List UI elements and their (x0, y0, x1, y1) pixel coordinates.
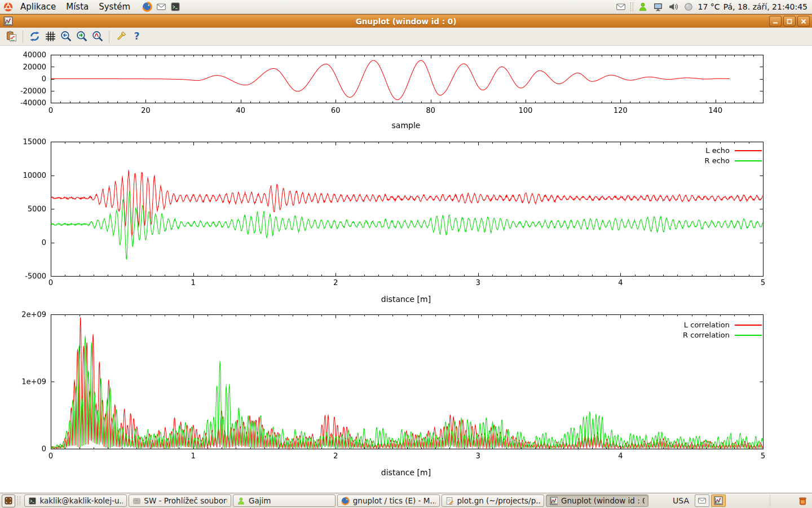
taskbar-items: kaklik@kaklik-kolej-u...SW - Prohlížeč s… (24, 494, 648, 507)
firefox-icon[interactable] (141, 1, 153, 13)
panel-menus: AplikaceMístaSystém (15, 0, 135, 14)
weather-icon[interactable] (682, 1, 695, 13)
maximize-button[interactable] (783, 16, 796, 27)
toolbar-separator (23, 30, 23, 43)
panel-left: AplikaceMístaSystém (0, 0, 182, 14)
panel-right: 17 °C Pá, 18. září, 21:40:45 (615, 0, 812, 14)
xlabel-distance-correlation: distance [m] (0, 468, 812, 477)
window-buttons (769, 16, 810, 27)
clock[interactable]: Pá, 18. září, 21:40:45 (723, 2, 807, 11)
legend-label: R echo (704, 156, 730, 165)
terminal-icon (28, 497, 36, 505)
zoom-previous-button[interactable] (58, 29, 74, 45)
menu-aplikace[interactable]: Aplikace (15, 0, 61, 14)
tray-button-gnuplot-icon[interactable] (711, 494, 726, 507)
legend-label: R correlation (683, 331, 730, 339)
tray-mail-icon[interactable] (615, 1, 627, 13)
taskbar-item-label: gnuplot / tics (E) - M... (353, 496, 436, 505)
terminal-icon[interactable] (169, 1, 182, 13)
grid-button[interactable] (42, 29, 58, 45)
taskbar-separator (770, 495, 770, 506)
gajim-icon (237, 497, 245, 505)
menu-system[interactable]: Systém (94, 0, 135, 14)
panel-launchers (141, 1, 182, 13)
legend-entry: R correlation (683, 331, 762, 339)
taskbar-item-label: Gajim (249, 496, 271, 505)
legend-line-green (735, 335, 762, 336)
legend-entry: L echo (705, 146, 762, 155)
taskbar-item-label: kaklik@kaklik-kolej-u... (39, 496, 123, 505)
tray-left (615, 1, 627, 13)
legend-entry: L correlation (684, 321, 762, 329)
minimize-button[interactable] (769, 16, 782, 27)
taskbar-right: USA (673, 494, 812, 507)
legend-echo: L echo R echo (704, 146, 762, 165)
zoom-reset-button[interactable] (90, 29, 105, 45)
menu-mista[interactable]: Místa (61, 0, 94, 14)
mail-icon[interactable] (155, 1, 167, 13)
zoom-next-button[interactable] (74, 29, 90, 45)
chart-echo[interactable] (0, 133, 812, 308)
taskbar-item-5[interactable]: plot.gn (~/projects/p... (442, 494, 544, 507)
legend-label: L correlation (684, 321, 730, 329)
text-editor-icon (445, 497, 454, 505)
help-button[interactable]: ? (129, 29, 144, 45)
toolbar: ? (0, 28, 812, 46)
copy-plot-button[interactable] (3, 29, 19, 45)
close-button[interactable] (797, 16, 810, 27)
options-button[interactable] (113, 29, 129, 45)
legend-correlation: L correlation R correlation (683, 321, 762, 339)
refresh-button[interactable] (27, 29, 42, 45)
window-title: Gnuplot (window id : 0) (0, 17, 812, 26)
taskbar-item-label: Gnuplot (window id : 0) (561, 496, 645, 505)
ubuntu-logo-icon[interactable] (3, 2, 13, 12)
legend-label: L echo (705, 146, 730, 155)
file-manager-icon (133, 497, 140, 505)
temperature-indicator: 17 °C (698, 2, 720, 11)
taskbar-item-label: SW - Prohlížeč souborů (144, 496, 227, 505)
legend-line-green (735, 160, 762, 161)
svg-text:?: ? (134, 30, 139, 42)
taskbar-item-4[interactable]: gnuplot / tics (E) - M... (337, 494, 440, 507)
trash-icon[interactable] (796, 494, 809, 507)
notification-tray (695, 494, 726, 507)
taskbar-item-6[interactable]: Gnuplot (window id : 0) (546, 494, 648, 507)
top-panel: AplikaceMístaSystém 17 °C Pá, 18. září, … (0, 0, 812, 14)
taskbar-grip[interactable] (17, 496, 20, 505)
taskbar-item-1[interactable]: kaklik@kaklik-kolej-u... (24, 494, 127, 507)
user-switcher-icon[interactable] (637, 1, 649, 13)
desktop: AplikaceMístaSystém 17 °C Pá, 18. září, … (0, 0, 812, 508)
legend-line-red (735, 325, 762, 326)
legend-line-red (735, 150, 762, 151)
taskbar-item-label: plot.gn (~/projects/p... (457, 496, 541, 505)
taskbar-item-3[interactable]: Gajim (233, 494, 336, 507)
legend-entry: R echo (704, 156, 762, 165)
keyboard-layout-indicator[interactable]: USA (673, 496, 689, 505)
gnuplot-icon (550, 497, 558, 505)
taskbar-item-2[interactable]: SW - Prohlížeč souborů (129, 494, 231, 507)
toolbar-separator (109, 30, 109, 43)
window-titlebar[interactable]: Gnuplot (window id : 0) (0, 14, 812, 28)
xlabel-sample: sample (0, 121, 812, 130)
display-icon[interactable] (652, 1, 664, 13)
tray-button-mail-icon[interactable] (695, 494, 709, 507)
volume-icon[interactable] (667, 1, 679, 13)
xlabel-distance-echo: distance [m] (0, 295, 812, 304)
chart-sample-waveform[interactable] (0, 46, 812, 133)
panel-grip[interactable] (630, 2, 633, 11)
tray-icons (637, 1, 695, 13)
show-desktop-button[interactable] (2, 494, 15, 507)
firefox-icon (341, 497, 350, 505)
plot-area: sample distance [m] distance [m] L echo … (0, 46, 812, 493)
taskbar: kaklik@kaklik-kolej-u...SW - Prohlížeč s… (0, 493, 812, 508)
